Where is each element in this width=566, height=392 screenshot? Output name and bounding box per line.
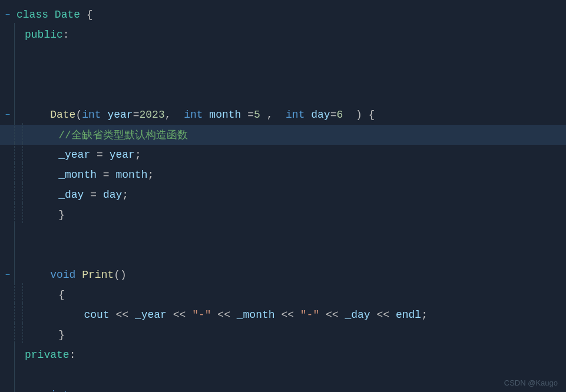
line-content-18: private: bbox=[22, 349, 75, 361]
code-line-15: { bbox=[0, 285, 566, 305]
line-content-7: //全缺省类型默认构造函数 bbox=[31, 128, 188, 142]
fold-icon-10 bbox=[2, 190, 13, 200]
fold-icon-9 bbox=[2, 170, 13, 180]
code-line-17: } bbox=[0, 325, 566, 345]
code-line-5 bbox=[0, 85, 566, 105]
line-content-9: _month = month; bbox=[31, 169, 154, 181]
code-line-16: cout << _year << "-" << _month << "-" <<… bbox=[0, 305, 566, 325]
line-content-10: _day = day; bbox=[31, 189, 128, 201]
code-line-19 bbox=[0, 365, 566, 385]
line-content-15: { bbox=[31, 289, 65, 301]
code-line-7: //全缺省类型默认构造函数 bbox=[0, 125, 566, 145]
code-editor: − class Date { public: − bbox=[0, 0, 566, 392]
fold-icon-4 bbox=[2, 69, 13, 80]
fold-icon-15 bbox=[2, 290, 13, 300]
code-line-11: } bbox=[0, 205, 566, 225]
line-content-17: } bbox=[31, 329, 65, 341]
code-line-4 bbox=[0, 65, 566, 85]
code-line-3 bbox=[0, 45, 566, 65]
fold-icon-2 bbox=[2, 29, 13, 40]
code-line-9: _month = month; bbox=[0, 165, 566, 185]
code-container: − class Date { public: − bbox=[0, 0, 566, 392]
code-line-2: public: bbox=[0, 25, 566, 45]
line-content-16: cout << _year << "-" << _month << "-" <<… bbox=[31, 309, 428, 321]
line-content-19 bbox=[22, 369, 31, 381]
fold-icon-20 bbox=[2, 390, 13, 392]
line-content-14: void Print() bbox=[22, 269, 127, 281]
fold-icon-11 bbox=[2, 210, 13, 220]
code-line-12 bbox=[0, 225, 566, 245]
fold-icon-1[interactable]: − bbox=[2, 9, 13, 20]
line-content-11: } bbox=[31, 209, 65, 221]
fold-icon-8 bbox=[2, 150, 13, 160]
fold-icon-17 bbox=[2, 330, 13, 340]
line-content-6: Date(int year=2023, int month =5 , int d… bbox=[22, 109, 375, 121]
line-content-12 bbox=[22, 229, 31, 241]
code-line-18: private: bbox=[0, 345, 566, 365]
code-line-14: − void Print() bbox=[0, 265, 566, 285]
watermark: CSDN @Kaugo bbox=[504, 378, 558, 387]
line-content-13 bbox=[22, 249, 31, 261]
fold-icon-19 bbox=[2, 370, 13, 380]
line-content-8: _year = year; bbox=[31, 149, 141, 161]
line-content-5 bbox=[22, 89, 31, 101]
code-line-10: _day = day; bbox=[0, 185, 566, 205]
code-line-20: int _year; bbox=[0, 385, 566, 392]
line-content-3 bbox=[22, 49, 31, 61]
code-line-6: − Date(int year=2023, int month =5 , int… bbox=[0, 105, 566, 125]
fold-icon-12 bbox=[2, 230, 13, 240]
code-line-8: _year = year; bbox=[0, 145, 566, 165]
code-line-13 bbox=[0, 245, 566, 265]
line-content-2: public: bbox=[22, 29, 69, 41]
fold-icon-3 bbox=[2, 49, 13, 60]
line-content-20: int _year; bbox=[22, 389, 114, 392]
fold-icon-13 bbox=[2, 250, 13, 260]
fold-icon-6[interactable]: − bbox=[2, 109, 13, 120]
fold-icon-5 bbox=[2, 89, 13, 100]
line-content-1: class Date { bbox=[14, 9, 93, 21]
line-content-4 bbox=[22, 69, 31, 81]
code-line-1: − class Date { bbox=[0, 5, 566, 25]
fold-icon-18 bbox=[2, 350, 13, 360]
fold-icon-14[interactable]: − bbox=[2, 270, 13, 280]
fold-icon-16 bbox=[2, 310, 13, 320]
fold-icon-7 bbox=[2, 129, 13, 140]
